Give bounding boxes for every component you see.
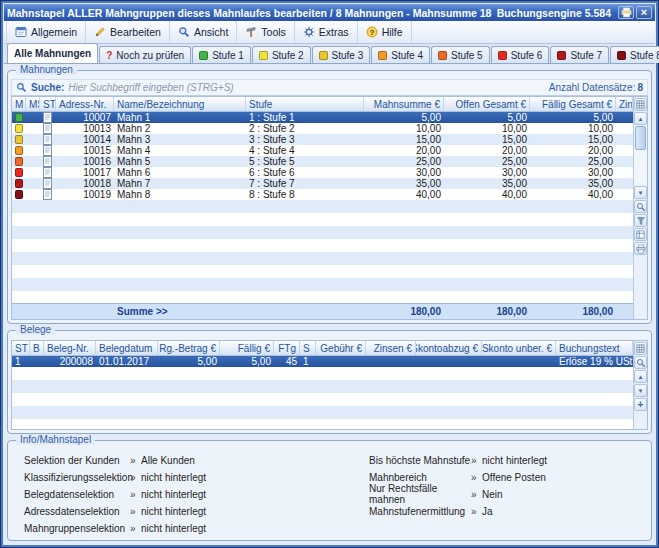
move-up-button[interactable]: ▲ bbox=[634, 370, 647, 383]
stufe3-color-icon bbox=[319, 51, 328, 60]
filter-icon bbox=[636, 216, 646, 226]
info-label: Mahngruppenselektion bbox=[24, 523, 130, 534]
col-header-rgbetrag: Rg.-Betrag € bbox=[158, 341, 220, 355]
status-color-icon bbox=[15, 157, 23, 166]
vertical-scrollbar[interactable] bbox=[634, 125, 647, 185]
tab-stufe-2[interactable]: Stufe 2 bbox=[252, 46, 311, 63]
tab-alle-mahnungen[interactable]: Alle Mahnungen bbox=[7, 43, 98, 63]
app-window: Mahnstapel ALLER Mahngruppen dieses Mahn… bbox=[0, 0, 659, 548]
cell-faellig: 40,00 bbox=[530, 189, 616, 200]
document-icon bbox=[43, 112, 52, 123]
column-chooser-button[interactable] bbox=[634, 342, 647, 355]
cell-ftg: 45 bbox=[274, 356, 300, 367]
tab-stufe-6[interactable]: Stufe 6 bbox=[491, 46, 550, 63]
cell-adressnr: 10015 bbox=[56, 145, 114, 156]
column-chooser-button[interactable] bbox=[634, 98, 647, 111]
table-row[interactable]: 10014 Mahn 3 3 : Stufe 3 15,00 15,00 15,… bbox=[12, 134, 633, 145]
filter-button[interactable] bbox=[634, 214, 647, 227]
info-column-right: Bis höchste Mahnstufe » nicht hinterlegt… bbox=[369, 453, 643, 536]
table-row[interactable]: 10015 Mahn 4 4 : Stufe 4 20,00 20,00 20,… bbox=[12, 145, 633, 156]
add-button[interactable]: + bbox=[634, 398, 647, 411]
col-header-zinsen: Zinsen € bbox=[366, 341, 416, 355]
table-row[interactable]: 10019 Mahn 8 8 : Stufe 8 40,00 40,00 40,… bbox=[12, 189, 633, 200]
tab-stufe-4[interactable]: Stufe 4 bbox=[371, 46, 430, 63]
scroll-down-button[interactable]: ▼ bbox=[634, 186, 647, 199]
col-header-faellig: Fällig € bbox=[220, 341, 274, 355]
menu-tools[interactable]: Tools bbox=[237, 21, 295, 43]
col-header-b: B bbox=[30, 341, 44, 355]
menu-hilfe[interactable]: ? Hilfe bbox=[358, 21, 412, 43]
cell-mahnsumme: 35,00 bbox=[364, 178, 444, 189]
cell-adressnr: 10017 bbox=[56, 167, 114, 178]
help-icon: ? bbox=[366, 26, 378, 38]
info-label: Nur Rechtsfälle mahnen bbox=[369, 483, 471, 505]
document-icon bbox=[43, 134, 52, 145]
info-label: Selektion der Kunden bbox=[24, 455, 130, 466]
tab-stufe-7[interactable]: Stufe 7 bbox=[550, 46, 609, 63]
menu-label: Bearbeiten bbox=[110, 26, 161, 38]
marker-icon: » bbox=[471, 506, 482, 517]
marker-icon: » bbox=[130, 489, 141, 500]
print-list-button[interactable] bbox=[634, 242, 647, 255]
table-row[interactable]: 10013 Mahn 2 2 : Stufe 2 10,00 10,00 10,… bbox=[12, 123, 633, 134]
belege-table-header[interactable]: ST B Beleg-Nr. Belegdatum Rg.-Betrag € F… bbox=[12, 341, 633, 356]
menu-label: Tools bbox=[261, 26, 286, 38]
table-row[interactable]: 10007 Mahn 1 1 : Stufe 1 5,00 5,00 5,00 bbox=[12, 112, 633, 123]
col-header-adressnr: Adress-Nr. bbox=[56, 97, 114, 111]
table-row[interactable]: 10017 Mahn 6 6 : Stufe 6 30,00 30,00 30,… bbox=[12, 167, 633, 178]
marker-icon: » bbox=[130, 455, 141, 466]
cell-name: Mahn 4 bbox=[114, 145, 246, 156]
move-down-button[interactable]: ▼ bbox=[634, 384, 647, 397]
cell-offen: 5,00 bbox=[444, 112, 530, 123]
status-color-icon bbox=[15, 190, 23, 199]
tab-noch-zu-pruefen[interactable]: ? Noch zu prüfen bbox=[99, 46, 191, 63]
zoom-button[interactable] bbox=[634, 200, 647, 213]
sum-faellig: 180,00 bbox=[530, 306, 616, 317]
menu-allgemein[interactable]: Allgemein bbox=[6, 21, 86, 43]
tab-label: Noch zu prüfen bbox=[116, 50, 184, 61]
cell-faellig: 15,00 bbox=[530, 134, 616, 145]
info-row: Mahngruppenselektion » nicht hinterlegt bbox=[24, 521, 369, 535]
scrollbar-thumb[interactable] bbox=[635, 126, 646, 150]
record-count-value: 8 bbox=[637, 82, 643, 93]
cell-mahnsumme: 30,00 bbox=[364, 167, 444, 178]
scroll-down-icon: ▼ bbox=[638, 190, 644, 196]
cell-stufe: 7 : Stufe 7 bbox=[246, 178, 364, 189]
stufe5-color-icon bbox=[438, 51, 447, 60]
info-column-left: Selektion der Kunden » Alle Kunden Klass… bbox=[24, 453, 369, 536]
beleg-row[interactable]: 1 200008 01.01.2017 5,00 5,00 45 1 bbox=[12, 356, 633, 367]
tab-stufe-1[interactable]: Stufe 1 bbox=[192, 46, 251, 63]
info-groupbox: Info/Mahnstapel Selektion der Kunden » A… bbox=[7, 440, 652, 541]
status-color-icon bbox=[15, 146, 23, 155]
cell-mahnsumme: 10,00 bbox=[364, 123, 444, 134]
table-row[interactable]: 10018 Mahn 7 7 : Stufe 7 35,00 35,00 35,… bbox=[12, 178, 633, 189]
col-header-zinsen: Zinsen bbox=[616, 97, 633, 111]
tab-label: Alle Mahnungen bbox=[14, 48, 91, 59]
tab-stufe-3[interactable]: Stufe 3 bbox=[312, 46, 371, 63]
info-row: Bis höchste Mahnstufe » nicht hinterlegt bbox=[369, 453, 643, 467]
info-row: Adressdatenselektion » nicht hinterlegt bbox=[24, 504, 369, 518]
layout-button[interactable] bbox=[634, 228, 647, 241]
search-input[interactable] bbox=[68, 82, 544, 93]
tab-stufe-8[interactable]: Stufe 8 bbox=[610, 46, 659, 63]
info-value: nicht hinterlegt bbox=[141, 472, 206, 483]
beleg-zoom-button[interactable] bbox=[634, 356, 647, 369]
close-button[interactable]: × bbox=[636, 6, 652, 19]
info-label: Mahnbereich bbox=[369, 472, 471, 483]
zoom-icon bbox=[636, 358, 646, 368]
info-value: nicht hinterlegt bbox=[141, 523, 206, 534]
menu-bearbeiten[interactable]: Bearbeiten bbox=[86, 21, 170, 43]
info-value: Ja bbox=[482, 506, 493, 517]
empty-rows bbox=[12, 200, 633, 303]
scroll-up-button[interactable]: ▲ bbox=[634, 112, 647, 125]
info-label: Adressdatenselektion bbox=[24, 506, 130, 517]
mahnungen-table-header[interactable]: M MS ST Adress-Nr. Name/Bezeichnung Stuf… bbox=[12, 97, 633, 112]
menu-extras[interactable]: Extras bbox=[295, 21, 358, 43]
col-header-st: ST bbox=[12, 341, 30, 355]
info-label: Mahnstufenermittlung bbox=[369, 506, 471, 517]
table-row[interactable]: 10016 Mahn 5 5 : Stufe 5 25,00 25,00 25,… bbox=[12, 156, 633, 167]
tab-stufe-5[interactable]: Stufe 5 bbox=[431, 46, 490, 63]
info-group-label: Info/Mahnstapel bbox=[16, 434, 95, 445]
print-button[interactable] bbox=[618, 6, 634, 19]
menu-ansicht[interactable]: Ansicht bbox=[170, 21, 237, 43]
